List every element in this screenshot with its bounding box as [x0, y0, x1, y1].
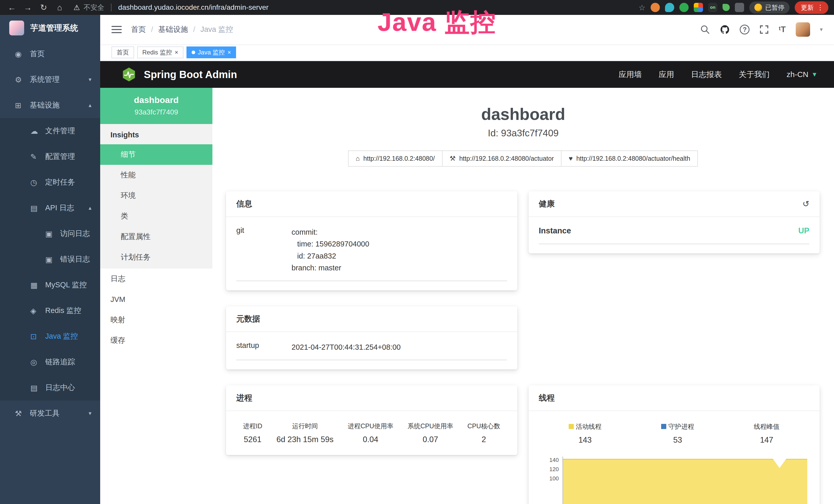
sba-nav-journal[interactable]: 日志报表 — [691, 69, 722, 80]
eye-icon: ◎ — [30, 358, 42, 367]
sba-item-caches[interactable]: 缓存 — [100, 330, 213, 351]
sidebar-item-infrastructure[interactable]: ⊞ 基础设施 ▴ — [0, 92, 100, 118]
sidebar-item-redis-monitor[interactable]: ◈ Redis 监控 — [0, 298, 100, 323]
link-root-url[interactable]: ⌂ http://192.168.0.2:48080/ — [348, 151, 443, 167]
threads-chart: 140 120 100 — [539, 457, 810, 504]
reload-icon[interactable]: ↻ — [38, 3, 50, 12]
chrome-update-button[interactable]: 更新 ⋮ — [795, 1, 828, 14]
chevron-down-icon[interactable]: ▾ — [820, 26, 823, 33]
back-icon[interactable]: ← — [6, 3, 18, 12]
history-icon[interactable]: ↺ — [803, 199, 809, 209]
legend-daemon-threads: 守护进程 53 — [661, 422, 694, 445]
fullscreen-icon[interactable] — [759, 25, 769, 35]
chevron-up-icon: ▴ — [89, 102, 91, 109]
paused-badge[interactable]: 已暂停 — [749, 2, 790, 14]
monitor-icon: ⊡ — [30, 332, 42, 341]
metadata-card-title: 元数据 — [236, 314, 260, 324]
bookmark-star-icon[interactable]: ☆ — [639, 3, 645, 12]
tags-view: 首页 Redis 监控 × Java 监控 × — [100, 44, 834, 61]
chevron-down-icon: ▼ — [811, 71, 817, 78]
sidebar-item-file-management[interactable]: ☁ 文件管理 — [0, 118, 100, 144]
breadcrumb-home[interactable]: 首页 — [131, 24, 146, 35]
sba-language-select[interactable]: zh-CN ▼ — [787, 70, 817, 79]
security-warning-icon[interactable]: ⚠ — [73, 3, 80, 12]
extension-icon-leaf[interactable] — [723, 4, 730, 11]
health-card: 健康 ↺ Instance UP — [529, 191, 820, 253]
stat-pid: 进程ID 5261 — [243, 422, 262, 444]
redis-icon: ◈ — [30, 306, 42, 315]
hamburger-icon[interactable] — [111, 26, 122, 33]
sidebar-item-scheduled-tasks[interactable]: ◷ 定时任务 — [0, 169, 100, 195]
search-icon[interactable] — [700, 25, 710, 35]
chart-plot-area — [563, 457, 809, 504]
log-center-icon: ▤ — [30, 383, 42, 392]
close-icon[interactable]: × — [175, 49, 178, 55]
sba-item-details[interactable]: 细节 — [100, 144, 213, 165]
extension-icon-green[interactable] — [679, 3, 688, 12]
address-bar[interactable]: ⚠ 不安全 dashboard.yudao.iocoder.cn/infra/a… — [73, 3, 268, 12]
proxy-extension-icon[interactable]: on — [708, 3, 717, 12]
extension-icon-drop[interactable] — [665, 3, 674, 12]
page-title: dashboard — [213, 105, 834, 124]
extensions-puzzle-icon[interactable] — [735, 3, 744, 12]
breadcrumb-separator: / — [151, 25, 153, 34]
sba-nav-wallboard[interactable]: 应用墙 — [618, 69, 642, 80]
sba-item-performance[interactable]: 性能 — [100, 165, 213, 185]
sba-item-scheduled-tasks[interactable]: 计划任务 — [100, 247, 213, 268]
sidebar-item-config-management[interactable]: ✎ 配置管理 — [0, 144, 100, 169]
sba-item-classes[interactable]: 类 — [100, 206, 213, 226]
sba-item-environment[interactable]: 环境 — [100, 185, 213, 206]
metadata-card: 元数据 startup 2021-04-27T00:44:31.254+08:0… — [226, 306, 517, 369]
sidebar-item-api-logs[interactable]: ▤ API 日志 ▴ — [0, 195, 100, 221]
insights-section-label: Insights — [100, 124, 213, 144]
link-actuator-url[interactable]: ⚒ http://192.168.0.2:48080/actuator — [442, 151, 562, 167]
sidebar-item-home[interactable]: ◉ 首页 — [0, 41, 100, 67]
sba-item-jvm[interactable]: JVM — [100, 289, 213, 310]
chart-y-axis: 140 120 100 — [539, 457, 563, 504]
url-text[interactable]: dashboard.yudao.iocoder.cn/infra/admin-s… — [118, 3, 268, 12]
github-icon[interactable] — [720, 24, 730, 35]
forward-icon[interactable]: → — [22, 3, 34, 12]
sidebar-item-access-logs[interactable]: ▣ 访问日志 — [0, 221, 100, 247]
user-avatar[interactable] — [796, 22, 810, 37]
sba-nav-about[interactable]: 关于我们 — [739, 69, 770, 80]
close-icon[interactable]: × — [227, 49, 231, 55]
home-icon[interactable]: ⌂ — [53, 3, 66, 12]
info-value: commit: time: 1596289704000 id: 27aa832 … — [291, 226, 507, 274]
breadcrumb-section[interactable]: 基础设施 — [158, 24, 188, 35]
sidebar-item-trace[interactable]: ◎ 链路追踪 — [0, 349, 100, 375]
info-key: git — [236, 226, 291, 274]
font-size-icon[interactable]: ᵗT — [779, 25, 786, 34]
metadata-key: startup — [236, 341, 291, 353]
sidebar-item-java-monitor[interactable]: ⊡ Java 监控 — [0, 323, 100, 349]
app-logo-row[interactable]: 芋道管理系统 — [0, 15, 100, 41]
extension-icon-grid[interactable] — [694, 3, 703, 12]
emoji-face-icon — [754, 4, 762, 11]
tab-java-monitor[interactable]: Java 监控 × — [186, 46, 236, 58]
metadata-row-startup: startup 2021-04-27T00:44:31.254+08:00 — [236, 341, 507, 360]
tab-redis-monitor[interactable]: Redis 监控 × — [137, 46, 183, 58]
sidebar-item-mysql-monitor[interactable]: ▦ MySQL 监控 — [0, 272, 100, 298]
help-icon[interactable]: ? — [740, 25, 749, 35]
edit-icon: ✎ — [30, 152, 42, 161]
extension-icon-orange[interactable] — [651, 3, 660, 12]
sba-nav-applications[interactable]: 应用 — [659, 69, 674, 80]
health-instance-row: Instance UP — [539, 226, 810, 244]
sidebar-item-log-center[interactable]: ▤ 日志中心 — [0, 375, 100, 400]
kebab-menu-icon[interactable]: ⋮ — [817, 3, 824, 12]
breadcrumb: 首页 / 基础设施 / Java 监控 — [131, 24, 233, 35]
gear-icon: ⚙ — [15, 75, 26, 84]
infrastructure-icon: ⊞ — [15, 101, 26, 110]
sba-item-logs[interactable]: 日志 — [100, 269, 213, 289]
sidebar-item-error-logs[interactable]: ▣ 错误日志 — [0, 247, 100, 272]
link-health-url[interactable]: ♥ http://192.168.0.2:48080/actuator/heal… — [561, 151, 698, 167]
security-label[interactable]: 不安全 — [84, 3, 104, 12]
threads-card-title: 线程 — [539, 393, 555, 403]
tab-home[interactable]: 首页 — [111, 46, 134, 58]
info-card-title: 信息 — [236, 199, 252, 209]
sidebar-item-dev-tools[interactable]: ⚒ 研发工具 ▾ — [0, 400, 100, 426]
sba-item-mappings[interactable]: 映射 — [100, 310, 213, 330]
heart-pulse-icon: ♥ — [569, 155, 572, 162]
sidebar-item-system-management[interactable]: ⚙ 系统管理 ▾ — [0, 67, 100, 92]
sba-item-config-properties[interactable]: 配置属性 — [100, 226, 213, 247]
